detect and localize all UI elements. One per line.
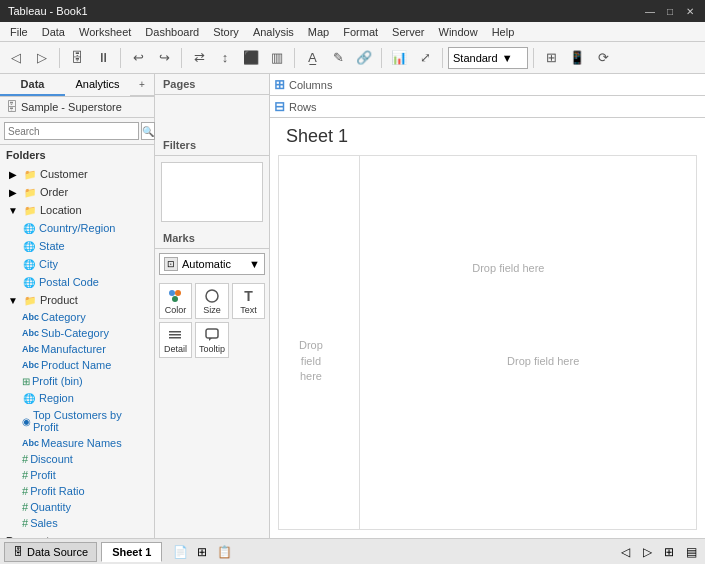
nav-prev-button[interactable]: ◁: [615, 542, 635, 562]
new-dashboard-button[interactable]: ⊞: [192, 542, 212, 562]
toolbar-group-button[interactable]: ▥: [265, 46, 289, 70]
field-city[interactable]: 🌐 City: [0, 255, 154, 273]
datasource-tab-icon: 🗄: [13, 546, 23, 557]
menu-analysis[interactable]: Analysis: [247, 24, 300, 40]
view-grid-button[interactable]: ⊞: [659, 542, 679, 562]
folder-product[interactable]: ▼ 📁 Product: [0, 291, 154, 309]
hash-icon-discount: #: [22, 453, 28, 465]
marks-tooltip-button[interactable]: Tooltip: [195, 322, 229, 358]
standard-dropdown[interactable]: Standard ▼: [448, 47, 528, 69]
field-profit-ratio[interactable]: # Profit Ratio: [0, 483, 154, 499]
filters-drop-area[interactable]: [161, 162, 263, 222]
view-options-button[interactable]: ▤: [681, 542, 701, 562]
menu-worksheet[interactable]: Worksheet: [73, 24, 137, 40]
minimize-button[interactable]: —: [643, 4, 657, 18]
toolbar-device-button[interactable]: 📱: [565, 46, 589, 70]
field-top-customers[interactable]: ◉ Top Customers by Profit: [0, 407, 154, 435]
folder-customer[interactable]: ▶ 📁 Customer: [0, 165, 154, 183]
toolbar-label-button[interactable]: A̲: [300, 46, 324, 70]
close-button[interactable]: ✕: [683, 4, 697, 18]
field-subcategory[interactable]: Abc Sub-Category: [0, 325, 154, 341]
toolbar-forward-button[interactable]: ▷: [30, 46, 54, 70]
folder-order-label: Order: [40, 186, 68, 198]
tab-data-source[interactable]: 🗄 Data Source: [4, 542, 97, 562]
field-state[interactable]: 🌐 State: [0, 237, 154, 255]
color-label: Color: [165, 305, 187, 315]
search-input[interactable]: [4, 122, 139, 140]
toolbar-highlight-button[interactable]: ✎: [326, 46, 350, 70]
new-sheet-button[interactable]: 📄: [170, 542, 190, 562]
middle-panel: Pages Filters Marks ⊡ Automatic ▼ Color …: [155, 74, 270, 538]
toolbar-sep-5: [381, 48, 382, 68]
toolbar-sort-asc-button[interactable]: ↕: [213, 46, 237, 70]
menu-file[interactable]: File: [4, 24, 34, 40]
field-profit-bin[interactable]: ⊞ Profit (bin): [0, 373, 154, 389]
maximize-button[interactable]: □: [663, 4, 677, 18]
toolbar-sep-3: [181, 48, 182, 68]
marks-type-dropdown[interactable]: ⊡ Automatic ▼: [159, 253, 265, 275]
sheet-canvas: Drop field here Dropfieldhere Drop field…: [278, 155, 697, 530]
menu-data[interactable]: Data: [36, 24, 71, 40]
folder-order[interactable]: ▶ 📁 Order: [0, 183, 154, 201]
toolbar-share-button[interactable]: ⟳: [591, 46, 615, 70]
menu-help[interactable]: Help: [486, 24, 521, 40]
menu-server[interactable]: Server: [386, 24, 430, 40]
field-profit[interactable]: # Profit: [0, 467, 154, 483]
field-quantity[interactable]: # Quantity: [0, 499, 154, 515]
field-region[interactable]: 🌐 Region: [0, 389, 154, 407]
marks-color-button[interactable]: Color: [159, 283, 192, 319]
menu-window[interactable]: Window: [433, 24, 484, 40]
tab-sheet1[interactable]: Sheet 1: [101, 542, 162, 562]
tab-data[interactable]: Data: [0, 74, 65, 96]
toolbar-sep-2: [120, 48, 121, 68]
toolbar-back-button[interactable]: ◁: [4, 46, 28, 70]
folder-location-label: Location: [40, 204, 82, 216]
hash-icon-sales: #: [22, 517, 28, 529]
field-measure-names[interactable]: Abc Measure Names: [0, 435, 154, 451]
field-product-name[interactable]: Abc Product Name: [0, 357, 154, 373]
menu-format[interactable]: Format: [337, 24, 384, 40]
field-sales[interactable]: # Sales: [0, 515, 154, 531]
nav-next-button[interactable]: ▷: [637, 542, 657, 562]
marks-detail-button[interactable]: Detail: [159, 322, 192, 358]
abc-icon-measure-names: Abc: [22, 438, 39, 448]
menu-map[interactable]: Map: [302, 24, 335, 40]
folder-location[interactable]: ▼ 📁 Location: [0, 201, 154, 219]
new-story-button[interactable]: 📋: [214, 542, 234, 562]
toolbar-pause-button[interactable]: ⏸: [91, 46, 115, 70]
field-postal-code[interactable]: 🌐 Postal Code: [0, 273, 154, 291]
toolbar-sort-desc-button[interactable]: ⬛: [239, 46, 263, 70]
datasource-label[interactable]: Sample - Superstore: [21, 101, 122, 113]
panel-add-icon[interactable]: +: [134, 77, 150, 93]
marks-buttons-grid: Color Size T Text Detail: [155, 279, 269, 362]
field-manufacturer[interactable]: Abc Manufacturer: [0, 341, 154, 357]
menu-story[interactable]: Story: [207, 24, 245, 40]
field-category[interactable]: Abc Category: [0, 309, 154, 325]
toolbar-tooltip-button[interactable]: 🔗: [352, 46, 376, 70]
tab-analytics[interactable]: Analytics: [65, 74, 130, 96]
toolbar-swap-button[interactable]: ⇄: [187, 46, 211, 70]
toolbar-present-button[interactable]: ⊞: [539, 46, 563, 70]
field-discount[interactable]: # Discount: [0, 451, 154, 467]
toolbar-fix-axes-button[interactable]: 📊: [387, 46, 411, 70]
field-profit-ratio-label: Profit Ratio: [30, 485, 84, 497]
field-country-region[interactable]: 🌐 Country/Region: [0, 219, 154, 237]
menu-dashboard[interactable]: Dashboard: [139, 24, 205, 40]
toolbar-redo-button[interactable]: ↪: [152, 46, 176, 70]
title-bar-title: Tableau - Book1: [8, 5, 88, 17]
drop-field-left[interactable]: Dropfieldhere: [299, 338, 323, 384]
marks-section-header: Marks: [155, 228, 269, 249]
toolbar-new-ds-button[interactable]: 🗄: [65, 46, 89, 70]
marks-text-button[interactable]: T Text: [232, 283, 265, 319]
toolbar-fit-button[interactable]: ⤢: [413, 46, 437, 70]
search-button[interactable]: 🔍: [141, 122, 155, 140]
toolbar-sep-6: [442, 48, 443, 68]
hash-icon-quantity: #: [22, 501, 28, 513]
drop-field-top[interactable]: Drop field here: [472, 262, 544, 274]
marks-size-button[interactable]: Size: [195, 283, 229, 319]
chevron-right-icon-order: ▶: [6, 185, 20, 199]
drop-field-right[interactable]: Drop field here: [507, 355, 579, 367]
toolbar: ◁ ▷ 🗄 ⏸ ↩ ↪ ⇄ ↕ ⬛ ▥ A̲ ✎ 🔗 📊 ⤢ Standard …: [0, 42, 705, 74]
toolbar-undo-button[interactable]: ↩: [126, 46, 150, 70]
folder-product-label: Product: [40, 294, 78, 306]
